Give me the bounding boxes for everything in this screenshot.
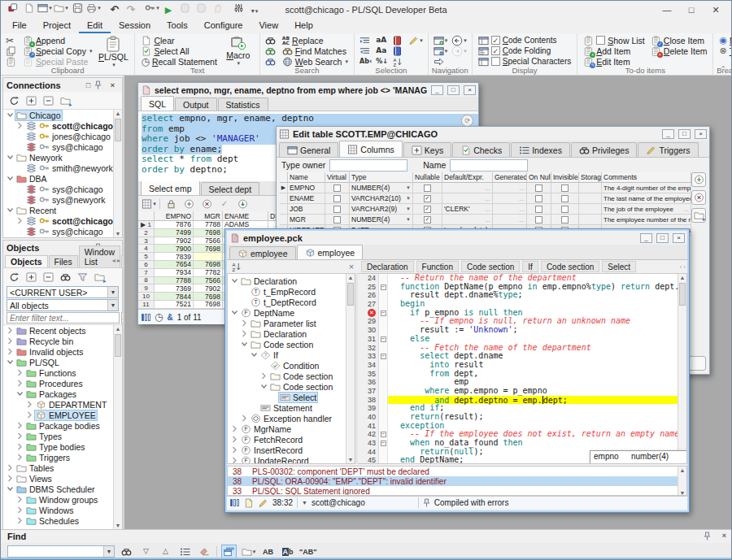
grid-cell[interactable]: 7900 — [155, 245, 194, 253]
edit-table-tab-indexes[interactable]: Indexes — [511, 142, 570, 157]
program-window-titlebar[interactable]: employee.pck _□× — [227, 231, 687, 245]
tree-item[interactable]: Exception handler — [228, 413, 355, 423]
tree-item[interactable]: Recent objects — [3, 325, 122, 336]
cut-button[interactable]: ✂ — [5, 35, 19, 46]
new-bookmark-button[interactable]: ▾ — [433, 35, 449, 46]
lock-button[interactable] — [163, 197, 178, 211]
tree-item[interactable]: EMPLOYEE — [3, 410, 122, 420]
tree-item[interactable]: Schedules — [3, 515, 122, 526]
find-next-button[interactable] — [264, 46, 278, 56]
filter-button[interactable] — [75, 270, 89, 284]
generated-cell[interactable]: … — [493, 193, 527, 204]
fold-icon[interactable]: − — [381, 432, 386, 437]
search-folder-button[interactable]: ▾ — [241, 545, 256, 559]
column-definition-row[interactable]: ENAMEVARCHAR2(10)▼✓……The last name of th… — [280, 193, 709, 204]
tree-item[interactable]: Code section — [228, 381, 355, 392]
on-null-cell[interactable] — [527, 193, 551, 204]
commit-button[interactable] — [176, 1, 193, 15]
grid-cell[interactable]: 7698 — [194, 245, 223, 253]
maximize-button[interactable]: □ — [679, 5, 704, 15]
grid-column-header[interactable]: Nullable — [413, 172, 442, 183]
nullable-cell[interactable]: ✓ — [413, 215, 442, 225]
tree-item[interactable]: scott@chicago — [3, 120, 122, 131]
grid-cell[interactable]: 7698 — [194, 229, 223, 237]
objects-tab-objects[interactable]: Objects — [5, 255, 48, 267]
default-cell[interactable]: 'CLERK'… — [442, 204, 493, 215]
type-cell[interactable]: NUMBER(4)▼ — [350, 215, 413, 225]
grid-cell[interactable]: 7788 — [194, 221, 223, 229]
clear-highlight-button[interactable] — [197, 545, 212, 559]
column-name-cell[interactable]: JOB — [288, 204, 325, 215]
minimize-button[interactable]: — — [655, 5, 679, 15]
edit-table-tab-checks[interactable]: Checks — [452, 142, 510, 157]
rollback-button[interactable] — [193, 1, 209, 15]
highlight-blue-button[interactable] — [391, 46, 405, 56]
clear-button[interactable]: Clear — [139, 35, 218, 46]
breadcrumb-segment[interactable]: Code section — [461, 261, 520, 272]
type-cell[interactable]: VARCHAR2(10)▼ — [350, 193, 413, 204]
comments-cell[interactable]: The employee number of the manager… — [602, 215, 691, 225]
comments-cell[interactable]: The last name of the employee… — [602, 193, 691, 204]
navigate-forward-button[interactable]: ▾ — [451, 46, 468, 56]
tree-item[interactable]: Declaration — [228, 328, 355, 339]
storage-cell[interactable] — [579, 215, 602, 225]
type-owner-input[interactable] — [329, 159, 407, 171]
code-contents-toggle[interactable]: ✓Code Contents — [477, 35, 573, 46]
tree-item[interactable]: FMgrName — [228, 423, 355, 434]
on-null-cell[interactable] — [527, 204, 551, 215]
checkbox[interactable] — [333, 216, 341, 224]
open-button[interactable]: ▾ — [53, 1, 69, 15]
undo-button[interactable]: ↶ — [107, 2, 123, 17]
special-copy-button[interactable]: ↗Special Copy▾ — [21, 46, 94, 56]
grid-column-header[interactable]: Type — [350, 172, 413, 183]
checkbox[interactable] — [561, 184, 569, 192]
tree-item[interactable]: Statement — [228, 402, 355, 413]
close-icon[interactable]: × — [722, 532, 726, 541]
tree-item[interactable]: Recycle bin — [3, 336, 122, 346]
ribbon-tab-session[interactable]: Session — [111, 19, 159, 33]
default-cell[interactable]: … — [442, 183, 493, 193]
find-list-button[interactable] — [177, 545, 193, 559]
storage-cell[interactable] — [579, 204, 602, 215]
grid-column-header[interactable] — [138, 211, 155, 221]
maximize-button[interactable]: □ — [447, 85, 460, 95]
checkbox[interactable]: ✓ — [424, 195, 431, 202]
virtual-cell[interactable] — [325, 215, 350, 225]
column-options-button[interactable]: ▸ — [691, 208, 706, 223]
new-document-button[interactable] — [20, 1, 37, 15]
tree-item[interactable]: Procedures — [3, 378, 122, 389]
select-all-button[interactable]: Select All — [139, 46, 218, 56]
invisible-cell[interactable] — [551, 215, 579, 225]
sql-window-titlebar[interactable]: select empno, mgr, ename, deptno from em… — [138, 83, 478, 97]
comments-cell[interactable]: The 4-digit number of the employee… — [602, 183, 691, 193]
edit-table-tab-triggers[interactable]: Triggers — [638, 142, 698, 157]
default-cell[interactable]: … — [442, 215, 493, 225]
collapse-ribbon-button[interactable]: ⌃ — [720, 65, 726, 73]
tree-item[interactable]: FInsertRecord — [228, 445, 355, 455]
column-definition-row[interactable]: MGRNUMBER(4)▼✓……The employee number of t… — [280, 215, 709, 225]
add-connection-button[interactable] — [24, 93, 38, 107]
delete-record-button[interactable] — [199, 197, 214, 211]
grid-cell[interactable]: 7698 — [194, 261, 223, 269]
add-column-button[interactable] — [691, 172, 706, 187]
edit-table-tab-privileges[interactable]: Privileges — [571, 142, 638, 157]
result-tab-select-emp[interactable]: Select emp — [141, 180, 200, 195]
column-name-cell[interactable]: EMPNO — [288, 183, 325, 193]
tree-item[interactable]: Declaration — [228, 276, 355, 286]
checkbox[interactable] — [535, 206, 542, 213]
fold-icon[interactable]: − — [381, 310, 386, 316]
grid-cell[interactable]: 7698 — [194, 301, 223, 309]
checkbox[interactable] — [561, 195, 569, 202]
ribbon-tab-view[interactable]: View — [251, 19, 286, 33]
macro-button[interactable]: Macro▾ — [221, 35, 255, 67]
close-button[interactable]: × — [673, 233, 685, 243]
checkbox[interactable] — [535, 184, 542, 192]
sql-tab-sql[interactable]: SQL — [141, 96, 174, 111]
breadcrumb-segment[interactable]: Declaration — [361, 261, 414, 272]
tree-item[interactable]: Condition — [228, 360, 355, 371]
object-filter-input[interactable] — [7, 312, 120, 323]
checkbox[interactable]: ✓ — [424, 216, 431, 224]
grid-column-header[interactable]: Name — [288, 172, 325, 183]
comments-cell[interactable]: The job of the employee… — [602, 204, 691, 215]
edit-table-tab-general[interactable]: General — [279, 142, 338, 157]
